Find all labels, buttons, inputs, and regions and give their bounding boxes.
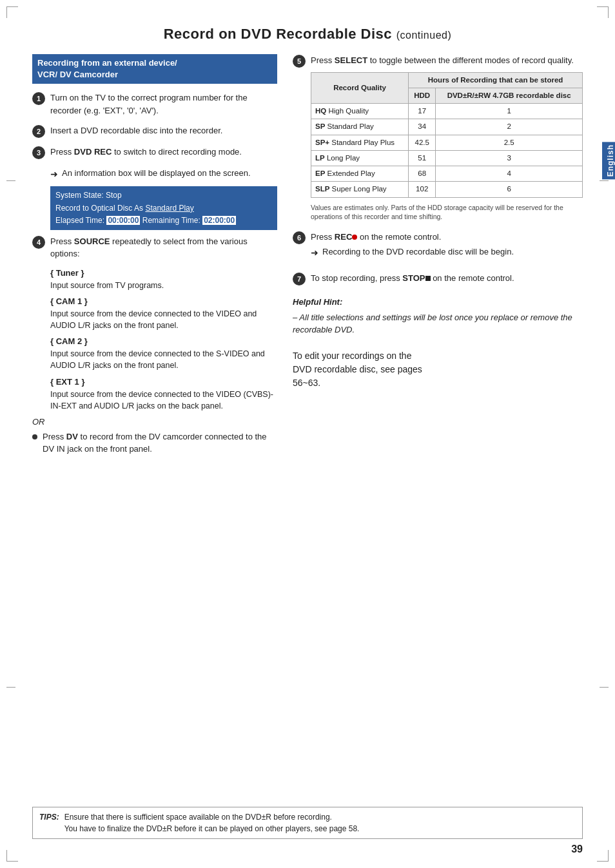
tips-content: Ensure that there is sufficient space av… (64, 811, 360, 834)
step-4: 4 Press SOURCE repeatedly to select from… (32, 235, 277, 260)
table-note: Values are estimates only. Parts of the … (311, 203, 583, 222)
right-step-5-content: Press SELECT to toggle between the diffe… (311, 54, 583, 222)
table-subheader-hdd: HDD (409, 88, 436, 103)
hint-body: – All title selections and settings will… (293, 311, 583, 336)
step-3: 3 Press DVD REC to switch to direct reco… (32, 146, 277, 159)
table-row: SP+ Standard Play Plus 42.5 2.5 (311, 135, 583, 150)
step-3-content: Press DVD REC to switch to direct record… (50, 146, 277, 159)
table-subheader-dvd: DVD±R/±RW 4.7GB recordable disc (436, 88, 583, 103)
option-tuner-desc: Input source from TV programs. (50, 280, 277, 291)
tips-label: TIPS: (39, 811, 59, 834)
step-2: 2 Insert a DVD recordable disc into the … (32, 124, 277, 138)
right-step-5: 5 Press SELECT to toggle between the dif… (293, 54, 583, 222)
stop-square-icon (425, 276, 431, 281)
right-step-6-number: 6 (293, 231, 306, 244)
options-group: { Tuner } Input source from TV programs.… (50, 268, 277, 412)
table-row: SLP Super Long Play 102 6 (311, 182, 583, 197)
or-separator: OR (32, 417, 277, 427)
step-1: 1 Turn on the TV to the correct program … (32, 92, 277, 117)
table-header-hours: Hours of Recording that can be stored (409, 72, 583, 88)
step-3-number: 3 (32, 146, 45, 159)
hint-title: Helpful Hint: (293, 296, 583, 309)
right-step-7: 7 To stop recording, press STOP on the r… (293, 272, 583, 285)
step-2-content: Insert a DVD recordable disc into the re… (50, 124, 277, 137)
main-content: Recording from an external device/ VCR/ … (32, 54, 583, 463)
option-tuner-title: { Tuner } (50, 268, 277, 278)
option-cam2-title: { CAM 2 } (50, 336, 277, 346)
step-1-number: 1 (32, 92, 45, 105)
right-step-6-content: Press REC on the remote control. ➜ Recor… (311, 231, 583, 264)
helpful-hint: Helpful Hint: – All title selections and… (293, 296, 583, 336)
dv-step-content: Press DV to record from the DV camcorder… (43, 430, 277, 456)
option-cam1-title: { CAM 1 } (50, 296, 277, 306)
left-column: Recording from an external device/ VCR/ … (32, 54, 277, 463)
system-state-box: System State: Stop Record to Optical Dis… (50, 186, 277, 230)
page-title: Record on DVD Recordable Disc (continued… (32, 26, 583, 43)
table-row: LP Long Play 51 3 (311, 150, 583, 166)
option-ext1-title: { EXT 1 } (50, 377, 277, 387)
right-step-5-number: 5 (293, 55, 306, 68)
right-step-7-number: 7 (293, 273, 306, 285)
option-ext1-desc: Input source from the device connected t… (50, 389, 277, 412)
tips-footer: TIPS: Ensure that there is sufficient sp… (32, 807, 583, 839)
quality-table: Record Quality Hours of Recording that c… (311, 72, 583, 198)
table-row: EP Extended Play 68 4 (311, 166, 583, 182)
step-6-arrow: ➜ Recording to the DVD recordable disc w… (311, 246, 583, 260)
step-4-number: 4 (32, 236, 45, 249)
dv-step: Press DV to record from the DV camcorder… (32, 430, 277, 456)
option-cam2-desc: Input source from the device connected t… (50, 348, 277, 371)
section-header: Recording from an external device/ VCR/ … (32, 54, 277, 84)
table-header-quality: Record Quality (311, 72, 409, 104)
rec-circle-icon (352, 235, 357, 240)
step-1-content: Turn on the TV to the correct program nu… (50, 92, 277, 117)
step-4-content: Press SOURCE repeatedly to select from t… (50, 235, 277, 260)
table-row: HQ High Quality 17 1 (311, 104, 583, 119)
step-2-number: 2 (32, 125, 45, 138)
edit-section: To edit your recordings on the DVD recor… (293, 349, 583, 390)
option-cam1-desc: Input source from the device connected t… (50, 308, 277, 331)
table-row: SP Standard Play 34 2 (311, 119, 583, 135)
page-number: 39 (571, 844, 583, 855)
right-step-6: 6 Press REC on the remote control. ➜ Rec… (293, 231, 583, 264)
step-3-arrow: ➜ An information box will be displayed o… (50, 167, 277, 181)
right-column: 5 Press SELECT to toggle between the dif… (293, 54, 583, 390)
right-step-7-content: To stop recording, press STOP on the rem… (311, 272, 583, 285)
bullet-dot (32, 434, 37, 439)
